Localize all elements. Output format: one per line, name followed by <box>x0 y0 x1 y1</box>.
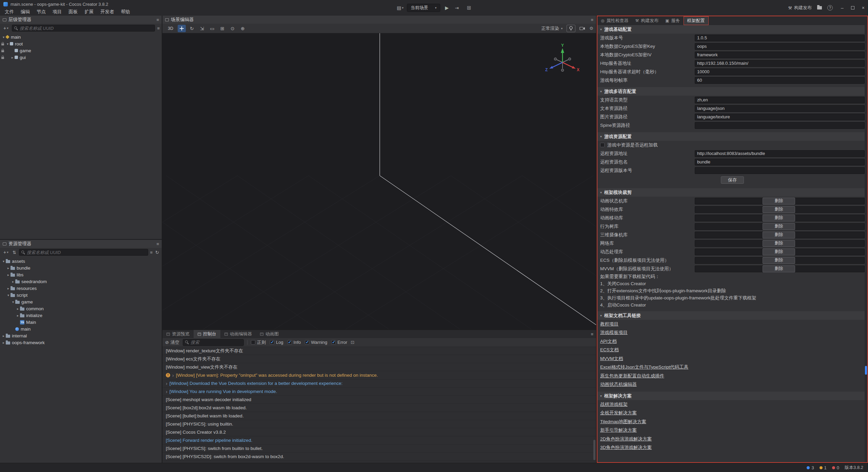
coordinate-toggle-button[interactable]: ⊕ <box>239 25 247 32</box>
log-row[interactable]: [Scene] [PHYSICS]: switch from builtin t… <box>162 445 596 453</box>
expand-chevron[interactable]: › <box>166 389 167 394</box>
step-button[interactable]: ⇥ <box>453 5 460 11</box>
console-filter[interactable]: Info <box>288 340 301 345</box>
hierarchy-search-input[interactable] <box>20 26 153 31</box>
tree-row[interactable]: ▸gui <box>0 54 162 61</box>
scale-tool-button[interactable]: ⇲ <box>198 25 206 32</box>
expand-arrow[interactable]: ▾ <box>1 35 6 39</box>
log-row[interactable]: !›[Window] [Vue warn]: Property "onInput… <box>162 371 596 379</box>
config-input[interactable] <box>695 150 865 157</box>
move-tool-button[interactable] <box>178 25 186 32</box>
scene-viewport[interactable]: Y X Z <box>162 33 596 329</box>
config-input[interactable] <box>695 114 865 120</box>
doc-link[interactable]: API文档 <box>600 338 617 345</box>
expand-arrow[interactable]: ▸ <box>1 341 6 345</box>
tree-row[interactable]: main <box>0 326 162 332</box>
delete-button[interactable]: 删除 <box>763 206 795 213</box>
doc-link[interactable]: Excel格式转Json文件与TypeScript代码工具 <box>600 364 688 370</box>
panel-menu-icon[interactable]: ≡ <box>591 17 593 22</box>
tree-row[interactable]: game <box>0 47 162 54</box>
menu-item[interactable]: 项目 <box>49 8 65 16</box>
create-asset-button[interactable]: +▾ <box>2 250 10 255</box>
inspector-tab[interactable]: ⚒构建发布 <box>632 16 662 25</box>
preview-target-icon[interactable]: ▤▾ <box>397 5 403 11</box>
expand-arrow[interactable]: ▸ <box>1 334 6 338</box>
log-row[interactable]: [Scene] [PHYSICS]: using builtin. <box>162 420 596 428</box>
config-input[interactable] <box>695 68 865 75</box>
log-row[interactable]: ›[Window] You are running Vue in develop… <box>162 388 596 396</box>
delete-button[interactable]: 删除 <box>763 257 795 264</box>
config-input[interactable] <box>695 122 865 129</box>
remote-load-checkbox-row[interactable]: 游戏中资源是否远程加载 <box>597 141 867 149</box>
help-icon[interactable]: ? <box>827 5 833 11</box>
render-mode-dropdown[interactable]: 正常渲染 ▾ <box>541 25 563 32</box>
log-row[interactable]: ›[Window] Download the Vue Devtools exte… <box>162 379 596 388</box>
expand-arrow[interactable]: ▾ <box>5 42 10 46</box>
checkbox-icon[interactable] <box>288 340 292 345</box>
expand-arrow[interactable]: ▾ <box>6 293 11 297</box>
refresh-assets-icon[interactable]: ↻ <box>155 250 160 255</box>
warning-counter[interactable]: 1 <box>820 465 827 470</box>
error-counter[interactable]: 0 <box>832 465 839 470</box>
expand-chevron[interactable]: › <box>166 381 167 386</box>
console-filter[interactable]: Warning <box>305 340 327 345</box>
tree-row[interactable]: ▸resources <box>0 285 162 292</box>
tree-row[interactable]: ▸seedrandom <box>0 278 162 285</box>
config-input[interactable] <box>695 52 865 58</box>
log-row[interactable]: [Window] model_view文件夹不存在 <box>162 363 596 371</box>
assets-filter-icon[interactable]: ≡ <box>150 250 153 255</box>
tree-row[interactable]: ▸initialize <box>0 312 162 319</box>
tree-row[interactable]: ▾script <box>0 292 162 298</box>
doc-link[interactable]: 动画状态机编辑器 <box>600 381 637 388</box>
doc-link[interactable]: 游戏模板项目 <box>600 330 628 336</box>
inspector-scrollbar[interactable] <box>865 25 867 462</box>
section-header[interactable]: ▾游戏基础配置 <box>597 25 867 34</box>
doc-link[interactable]: 3D角色扮演游戏解决方案 <box>600 445 652 451</box>
delete-button[interactable]: 删除 <box>763 232 795 238</box>
delete-button[interactable]: 删除 <box>763 198 795 204</box>
scene-camera-icon[interactable] <box>579 26 585 31</box>
doc-link[interactable]: ECS文档 <box>600 347 619 353</box>
tree-row[interactable]: ▸oops-framework <box>0 339 162 346</box>
rotate-tool-button[interactable]: ↻ <box>188 25 196 32</box>
doc-link[interactable]: MVVM文档 <box>600 356 623 362</box>
section-header[interactable]: ▾游戏资源配置 <box>597 132 867 141</box>
doc-link[interactable]: Tiledmap地图解决方案 <box>600 419 646 425</box>
delete-button[interactable]: 删除 <box>763 249 795 255</box>
ui-transform-tool-button[interactable]: ⊞ <box>218 25 226 32</box>
clear-console-button[interactable]: ⊘ 清空 <box>165 339 179 346</box>
panel-menu-icon[interactable]: ≡ <box>156 241 159 247</box>
inspector-tab[interactable]: ◎属性检查器 <box>597 16 632 25</box>
section-header[interactable]: ▾框架解决方案 <box>597 392 867 400</box>
console-filter[interactable]: Error <box>331 340 347 345</box>
save-button[interactable]: 保存 <box>721 176 744 184</box>
sort-assets-icon[interactable]: ⇅ <box>12 250 17 255</box>
console-log-file-icon[interactable]: ⊡ <box>351 340 354 345</box>
play-button[interactable]: ▶ <box>444 5 450 11</box>
console-tab[interactable]: 动画图 <box>256 330 283 338</box>
log-row[interactable]: [Window] ecs文件夹不存在 <box>162 355 596 363</box>
hierarchy-filter-icon[interactable]: ≡ <box>157 26 160 31</box>
expand-arrow[interactable]: ▸ <box>16 314 20 317</box>
doc-link[interactable]: 全栈开发解决方案 <box>600 410 637 416</box>
doc-link[interactable]: 战棋游戏框架 <box>600 401 628 408</box>
log-row[interactable]: [Scene] [PHYSICS2D]: switch from box2d-w… <box>162 453 596 461</box>
checkbox-icon[interactable] <box>305 340 309 345</box>
checkbox-icon[interactable] <box>331 340 336 345</box>
checkbox-icon[interactable] <box>251 340 255 345</box>
doc-link[interactable]: 原生包热更新配置自动生成插件 <box>600 373 664 379</box>
open-project-folder-icon[interactable] <box>817 6 822 9</box>
delete-button[interactable]: 删除 <box>763 240 795 247</box>
delete-button[interactable]: 删除 <box>763 223 795 230</box>
expand-arrow[interactable]: ▾ <box>11 300 15 304</box>
doc-link[interactable]: 2D角色扮演游戏解决方案 <box>600 436 652 442</box>
delete-button[interactable]: 删除 <box>763 215 795 221</box>
menu-item[interactable]: 节点 <box>33 8 49 16</box>
log-row[interactable]: [Scene] [bullet]:bullet wasm lib loaded. <box>162 412 596 420</box>
tree-row[interactable]: TSMain <box>0 319 162 326</box>
checkbox-icon[interactable] <box>270 340 274 345</box>
doc-link[interactable]: 新手引导解决方案 <box>600 427 637 433</box>
log-row[interactable]: [Scene] meshopt wasm decoder initialized <box>162 396 596 404</box>
expand-arrow[interactable]: ▸ <box>6 266 11 270</box>
axis-gizmo[interactable]: Y X Z <box>544 43 581 80</box>
